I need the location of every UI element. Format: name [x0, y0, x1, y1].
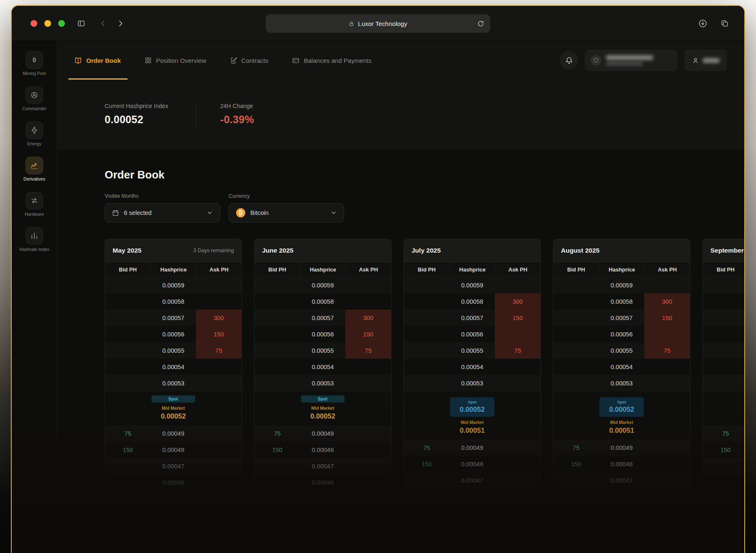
month-table: June 2025Bid PHHashpriceAsk PH0.000590.0… — [254, 239, 391, 491]
energy-icon — [26, 121, 43, 139]
address-bar[interactable]: Luxor Technology — [266, 14, 490, 33]
ask-cell[interactable]: 150 — [196, 326, 242, 342]
bitcoin-coin-icon — [236, 208, 246, 218]
ask-cell[interactable]: 75 — [644, 342, 690, 359]
tab-position-overview[interactable]: Position Overview — [144, 41, 206, 80]
bid-cell — [105, 359, 151, 375]
bid-cell — [404, 472, 450, 488]
orderbook-row: 0.00054 — [105, 359, 242, 375]
user-icon — [692, 57, 699, 64]
back-icon[interactable] — [99, 6, 107, 41]
book-icon — [74, 57, 82, 65]
sidebar-item-hardware[interactable]: Hardware — [12, 190, 57, 225]
change-stat: 24H Change -0.39% — [220, 103, 254, 128]
spot-indicator: Spot0.00052 — [599, 397, 644, 417]
workspace-menu[interactable] — [585, 49, 678, 71]
currency-dropdown[interactable]: Bitcoin — [229, 203, 344, 222]
workspace-logo-icon — [591, 55, 602, 66]
tab-balances-and-payments[interactable]: Balances and Payments — [292, 41, 372, 80]
ask-cell — [644, 359, 690, 375]
reload-icon[interactable] — [477, 20, 484, 27]
ask-cell[interactable]: 75 — [345, 342, 391, 359]
orderbook-row: 0.00053 — [703, 375, 745, 391]
ask-cell[interactable]: 75 — [495, 342, 540, 359]
sidebar-item-commander[interactable]: Commander — [12, 85, 57, 120]
mid-market-value: 0.00051 — [609, 426, 634, 434]
bid-cell[interactable]: 75 — [255, 425, 300, 442]
orderbook-row: 0.00046 — [255, 474, 391, 491]
month-table: August 2025Bid PHHashpriceAsk PH0.000590… — [553, 239, 690, 488]
visible-months-filter: Visible Months 6 selected — [105, 193, 220, 222]
ask-cell[interactable]: 150 — [495, 310, 540, 326]
mid-market-value: 0.00051 — [460, 426, 485, 434]
orderbook-row: 0.00057300 — [703, 310, 745, 326]
bid-cell[interactable]: 150 — [105, 442, 151, 458]
bid-cell[interactable]: 150 — [255, 442, 300, 458]
close-window-button[interactable] — [31, 20, 37, 27]
ask-cell[interactable]: 150 — [345, 326, 391, 342]
orderbook-row: 0.00047 — [105, 458, 242, 474]
bid-cell — [255, 342, 300, 359]
month-tables: May 20253 Days remainingBid PHHashpriceA… — [105, 239, 744, 491]
tab-contracts[interactable]: Contracts — [230, 41, 268, 80]
hashprice-cell: 0.00048 — [151, 442, 196, 458]
tabs-copy-icon[interactable] — [720, 6, 729, 41]
orderbook-row: 0.00058 — [105, 293, 242, 310]
bid-cell[interactable]: 150 — [553, 456, 599, 472]
tab-order-book[interactable]: Order Book — [74, 41, 121, 80]
bid-cell[interactable]: 150 — [404, 456, 450, 472]
month-header: August 2025 — [553, 239, 690, 262]
user-menu[interactable] — [684, 49, 727, 71]
ask-cell[interactable]: 300 — [196, 310, 242, 326]
bid-cell — [105, 310, 151, 326]
visible-months-dropdown[interactable]: 6 selected — [105, 203, 220, 222]
sidebar-item-label: Hardware — [25, 212, 44, 217]
sidebar-item-derivatives[interactable]: Derivatives — [12, 155, 57, 190]
sidebar-item-energy[interactable]: Energy — [12, 120, 57, 155]
mid-market-value: 0.00052 — [310, 412, 335, 420]
ask-cell[interactable]: 300 — [495, 293, 540, 310]
bell-icon — [565, 57, 573, 65]
bid-cell — [105, 474, 151, 491]
notifications-button[interactable] — [560, 51, 578, 70]
sidebar-toggle-icon[interactable] — [77, 6, 85, 41]
bid-cell[interactable]: 150 — [703, 442, 745, 458]
stats-divider — [196, 103, 196, 128]
sidebar-item-hashrate-index[interactable]: Hashrate Index — [12, 225, 57, 261]
ask-cell[interactable]: 300 — [345, 310, 391, 326]
chevron-down-icon — [330, 209, 337, 216]
bid-cell[interactable]: 75 — [703, 425, 745, 442]
sidebar-item-mining-pool[interactable]: Mining Pool — [12, 49, 57, 85]
bid-cell — [404, 342, 450, 359]
month-table: September 2025Bid PHHashpriceAsk PH0.000… — [702, 239, 745, 491]
sidebar-item-label: Commander — [22, 106, 46, 111]
bid-cell[interactable]: 75 — [553, 439, 599, 456]
ask-cell[interactable]: 150 — [644, 310, 690, 326]
hashprice-cell: 0.00059 — [450, 277, 495, 293]
ask-cell[interactable]: 75 — [196, 342, 242, 359]
hashprice-index-value: 0.00052 — [105, 114, 196, 126]
hashprice-cell: 0.00048 — [599, 456, 645, 472]
ask-cell[interactable]: 300 — [644, 293, 690, 310]
hashprice-cell: 0.00049 — [450, 439, 495, 456]
orderbook-row: 0.00057300 — [255, 310, 391, 326]
spot-label: Spot — [617, 400, 626, 404]
bid-cell[interactable]: 75 — [105, 425, 151, 442]
zoom-window-button[interactable] — [58, 20, 65, 27]
forward-icon[interactable] — [116, 6, 125, 41]
ask-cell — [495, 375, 540, 391]
bid-cell — [255, 375, 300, 391]
minimize-window-button[interactable] — [44, 20, 51, 27]
top-nav: Order BookPosition OverviewContractsBala… — [57, 41, 744, 80]
bid-cell[interactable]: 75 — [404, 439, 450, 456]
titlebar: Luxor Technology — [12, 6, 744, 41]
download-icon[interactable] — [698, 6, 707, 41]
bid-cell — [255, 458, 300, 474]
bid-cell — [703, 342, 745, 359]
sidebar-item-label: Energy — [27, 142, 41, 147]
lock-icon — [349, 21, 354, 26]
ask-cell — [196, 277, 242, 293]
orderbook-row: 0.00056 — [404, 326, 540, 342]
bid-cell — [105, 326, 151, 342]
orderbook-row: 0.00053 — [255, 375, 391, 391]
